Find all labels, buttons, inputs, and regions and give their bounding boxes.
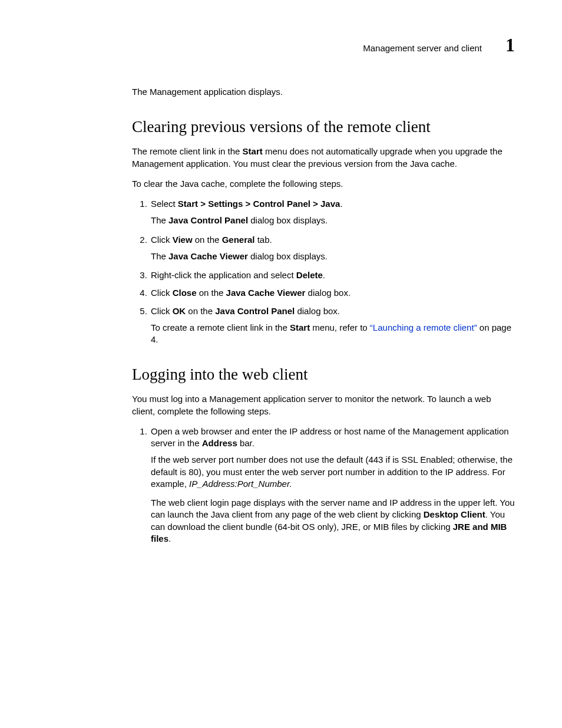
text: .: [168, 533, 171, 543]
section2-steps: Open a web browser and enter the IP addr…: [132, 426, 515, 545]
step-1: Open a web browser and enter the IP addr…: [150, 426, 515, 545]
text: The remote client link in the: [132, 146, 243, 156]
text-bold: Address: [202, 438, 237, 448]
intro-line: The Management application displays.: [132, 86, 515, 98]
text-bold: OK: [173, 306, 186, 316]
text: menu, refer to: [310, 322, 370, 332]
text: on the: [186, 306, 215, 316]
text: dialog box.: [305, 288, 351, 298]
cross-reference-link[interactable]: “Launching a remote client”: [370, 322, 477, 332]
text: tab.: [255, 235, 272, 245]
section1-steps: Select Start > Settings > Control Panel …: [132, 198, 515, 345]
text: bar.: [237, 438, 254, 448]
section-heading-clearing: Clearing previous versions of the remote…: [132, 118, 515, 136]
section2-para1: You must log into a Management applicati…: [132, 393, 515, 417]
chapter-number: 1: [505, 35, 515, 54]
step-2: Click View on the General tab. The Java …: [150, 234, 515, 263]
text-bold: Java Cache Viewer: [168, 251, 248, 261]
text-bold: View: [173, 235, 193, 245]
text: Click: [151, 288, 173, 298]
text-bold: Java Control Panel: [168, 215, 248, 225]
step-2-sub: The Java Cache Viewer dialog box display…: [151, 251, 515, 262]
section1-para1: The remote client link in the Start menu…: [132, 146, 515, 170]
text: The: [151, 215, 168, 225]
section1-para2: To clear the Java cache, complete the fo…: [132, 178, 515, 190]
text-bold: Close: [173, 288, 197, 298]
text-bold: Start: [290, 322, 310, 332]
text: To create a remote client link in the: [151, 322, 290, 332]
step-1-sub: The Java Control Panel dialog box displa…: [151, 215, 515, 226]
text: .: [323, 270, 325, 280]
running-header: Management server and client 1: [47, 35, 515, 54]
text: on the: [193, 235, 222, 245]
text-bold: Start > Settings > Control Panel > Java: [178, 199, 340, 209]
step-4: Click Close on the Java Cache Viewer dia…: [150, 287, 515, 299]
text: Select: [151, 199, 178, 209]
text: Click: [151, 306, 173, 316]
text: on the: [197, 288, 226, 298]
step-5: Click OK on the Java Control Panel dialo…: [150, 305, 515, 346]
text-bold: Start: [243, 146, 263, 156]
section-heading-logging: Logging into the web client: [132, 365, 515, 384]
text-bold: General: [222, 235, 255, 245]
text-bold: Java Cache Viewer: [226, 288, 306, 298]
text: dialog box.: [295, 306, 340, 316]
text: .: [340, 199, 342, 209]
text-bold: Java Control Panel: [215, 306, 295, 316]
text: Click: [151, 235, 173, 245]
text: dialog box displays.: [248, 251, 328, 261]
step-1: Select Start > Settings > Control Panel …: [150, 198, 515, 227]
step-1-sub2: The web client login page displays with …: [151, 497, 515, 545]
step-1-sub1: If the web server port number does not u…: [151, 454, 515, 490]
step-3: Right-click the application and select D…: [150, 269, 515, 281]
text-bold: Desktop Client: [424, 509, 485, 519]
step-5-sub: To create a remote client link in the St…: [151, 322, 515, 346]
text: The: [151, 251, 168, 261]
text-italic: IP_Address:Port_Number.: [189, 479, 292, 489]
page: Management server and client 1 The Manag…: [0, 0, 562, 728]
text: dialog box displays.: [248, 215, 328, 225]
text-bold: Delete: [296, 270, 323, 280]
body-content: The Management application displays. Cle…: [132, 86, 515, 545]
running-title: Management server and client: [363, 43, 482, 53]
text: Right-click the application and select: [151, 270, 296, 280]
